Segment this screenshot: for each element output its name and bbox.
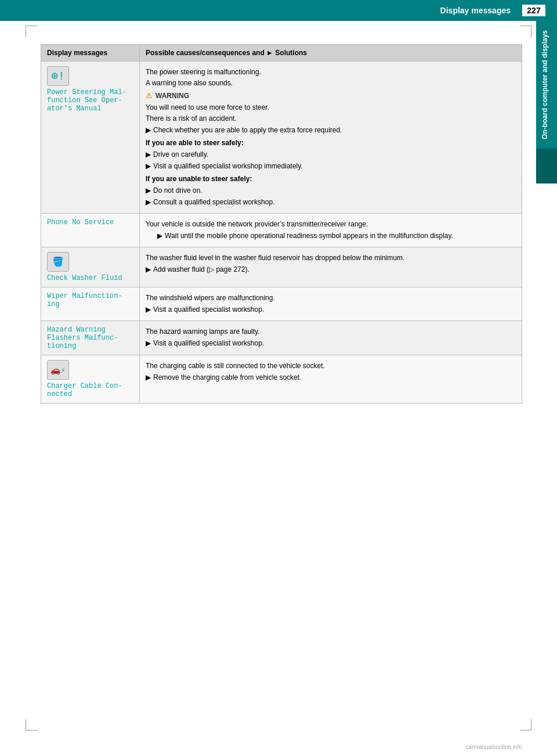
- arrow-text: Visit a qualified specialist workshop im…: [153, 161, 303, 171]
- causes-cell-wiper-malfunction: The windshield wipers are malfunctioning…: [140, 287, 522, 321]
- display-msg-cell-charger-cable: 🚗⚡Charger Cable Con-nected: [41, 355, 140, 404]
- arrow-text: Check whether you are able to apply the …: [153, 125, 342, 135]
- sidebar-accent-block: [536, 149, 557, 183]
- steering-wheel-icon: ⊕!: [47, 66, 69, 86]
- arrow-text: Visit a qualified specialist workshop.: [153, 338, 264, 348]
- main-content: Display messages Possible causes/consequ…: [41, 33, 522, 721]
- display-msg-text: Hazard Warning: [47, 326, 106, 334]
- display-msg-text: Check Washer Fluid: [47, 274, 122, 282]
- cause-text: You will need to use more force to steer…: [146, 102, 516, 113]
- arrow-text: Consult a qualified specialist workshop.: [153, 197, 274, 207]
- arrow-icon: ▶: [146, 338, 151, 348]
- arrow-text: Drive on carefully.: [153, 149, 208, 160]
- warning-label: ⚠WARNING: [146, 91, 516, 101]
- arrow-text: Add washer fluid (▷ page 272).: [153, 264, 249, 275]
- cause-text: The charging cable is still connected to…: [146, 361, 516, 371]
- display-msg-text: function See Oper-: [47, 96, 122, 105]
- table-row: Phone No ServiceYour vehicle is outside …: [41, 214, 522, 247]
- display-messages-table: Display messages Possible causes/consequ…: [41, 44, 522, 404]
- arrow-icon: ▶: [146, 125, 151, 135]
- arrow-text: Do not drive on.: [153, 185, 202, 196]
- display-msg-cell-wiper-malfunction: Wiper Malfunction-ing: [41, 287, 140, 321]
- display-msg-cell-phone-no-service: Phone No Service: [41, 214, 140, 247]
- arrow-icon: ▶: [146, 149, 151, 160]
- display-msg-text: tioning: [47, 342, 76, 350]
- cause-text: The washer fluid level in the washer flu…: [146, 253, 516, 263]
- col-header-display-messages: Display messages: [41, 45, 140, 62]
- cause-text: The power steering is malfunctioning.: [146, 67, 516, 77]
- top-header-bar: Display messages 227: [0, 0, 557, 21]
- display-msg-text: Phone No Service: [47, 218, 114, 226]
- causes-cell-check-washer-fluid: The washer fluid level in the washer flu…: [140, 247, 522, 287]
- table-row: Wiper Malfunction-ingThe windshield wipe…: [41, 287, 522, 321]
- cause-text: A warning tone also sounds.: [146, 78, 516, 88]
- cause-text: Your vehicle is outside the network prov…: [146, 219, 516, 229]
- table-row: ⊕!Power Steering Mal-function See Oper-a…: [41, 62, 522, 214]
- causes-cell-hazard-warning: The hazard warning lamps are faulty.▶Vis…: [140, 321, 522, 355]
- arrow-bullet: ▶Check whether you are able to apply the…: [146, 125, 516, 135]
- arrow-bullet: ▶Drive on carefully.: [146, 149, 516, 160]
- washer-fluid-icon: 🪣: [47, 252, 69, 272]
- display-msg-text: nected: [47, 390, 72, 398]
- arrow-bullet: ▶Do not drive on.: [146, 185, 516, 196]
- arrow-icon: ▶: [146, 304, 151, 315]
- right-sidebar: On-board computer and displays: [536, 21, 557, 369]
- arrow-bullet: ▶Consult a qualified specialist workshop…: [146, 197, 516, 207]
- arrow-icon: ▶: [146, 264, 151, 275]
- cause-text: There is a risk of an accident.: [146, 113, 516, 124]
- table-row: 🚗⚡Charger Cable Con-nectedThe charging c…: [41, 355, 522, 404]
- arrow-icon: ▶: [157, 231, 162, 241]
- table-row: Hazard WarningFlashers Malfunc-tioningTh…: [41, 321, 522, 355]
- col-header-causes: Possible causes/consequences and ► Solut…: [140, 45, 522, 62]
- warning-text: WARNING: [155, 91, 189, 101]
- sidebar-chapter-label: On-board computer and displays: [536, 21, 557, 149]
- display-msg-text: ing: [47, 300, 60, 308]
- arrow-icon: ▶: [146, 185, 151, 196]
- display-msg-text: Flashers Malfunc-: [47, 334, 118, 342]
- causes-cell-power-steering: The power steering is malfunctioning.A w…: [140, 62, 522, 214]
- display-msg-cell-hazard-warning: Hazard WarningFlashers Malfunc-tioning: [41, 321, 140, 355]
- arrow-bullet: ▶Visit a qualified specialist workshop.: [146, 304, 516, 315]
- arrow-text: Remove the charging cable from vehicle s…: [153, 372, 301, 383]
- charger-cable-icon: 🚗⚡: [47, 360, 69, 380]
- corner-decoration-bl: [26, 719, 37, 730]
- warning-triangle-icon: ⚠: [146, 91, 152, 101]
- arrow-icon: ▶: [146, 161, 151, 171]
- cause-text: The hazard warning lamps are faulty.: [146, 326, 516, 337]
- indented-arrow-bullet: ▶Wait until the mobile phone operational…: [157, 231, 516, 241]
- display-msg-text: ator's Manual: [47, 105, 102, 113]
- corner-decoration-tl: [26, 26, 37, 37]
- page-number: 227: [522, 5, 545, 16]
- cause-text: The windshield wipers are malfunctioning…: [146, 293, 516, 303]
- bold-instruction: If you are able to steer safely:: [146, 138, 516, 148]
- display-msg-text: Wiper Malfunction-: [47, 292, 122, 300]
- page-section-title: Display messages: [440, 6, 511, 15]
- display-msg-cell-power-steering: ⊕!Power Steering Mal-function See Oper-a…: [41, 62, 140, 214]
- display-msg-text: Power Steering Mal-: [47, 88, 126, 96]
- display-msg-cell-check-washer-fluid: 🪣Check Washer Fluid: [41, 247, 140, 287]
- causes-cell-phone-no-service: Your vehicle is outside the network prov…: [140, 214, 522, 247]
- arrow-bullet: ▶Remove the charging cable from vehicle …: [146, 372, 516, 383]
- arrow-bullet: ▶Add washer fluid (▷ page 272).: [146, 264, 516, 275]
- arrow-text: Wait until the mobile phone operational …: [165, 231, 453, 241]
- table-row: 🪣Check Washer FluidThe washer fluid leve…: [41, 247, 522, 287]
- bold-instruction: If you are unable to steer safely:: [146, 174, 516, 184]
- arrow-icon: ▶: [146, 372, 151, 383]
- watermark: carmanualsonline.info: [466, 744, 522, 750]
- arrow-bullet: ▶Visit a qualified specialist workshop.: [146, 338, 516, 348]
- table-header-row: Display messages Possible causes/consequ…: [41, 45, 522, 62]
- display-msg-text: Charger Cable Con-: [47, 382, 122, 390]
- arrow-bullet: ▶Visit a qualified specialist workshop i…: [146, 161, 516, 171]
- arrow-icon: ▶: [146, 197, 151, 207]
- causes-cell-charger-cable: The charging cable is still connected to…: [140, 355, 522, 404]
- arrow-text: Visit a qualified specialist workshop.: [153, 304, 264, 315]
